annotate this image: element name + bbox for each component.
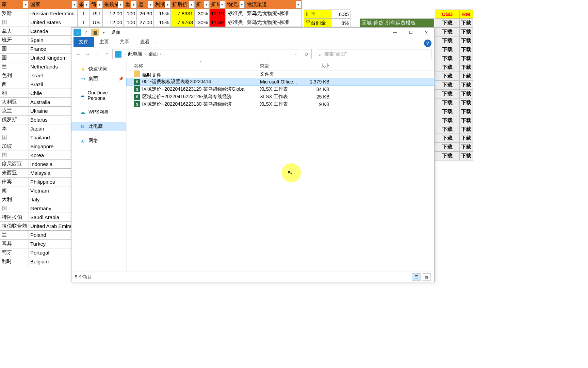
cell[interactable]: 色列 bbox=[0, 71, 29, 80]
download-columns[interactable]: USDRM 下载下载下载下载下载下载下载下载下载下载下载下载下载下载下载下载下载… bbox=[435, 10, 473, 160]
filter-icon[interactable]: ▾ bbox=[97, 1, 102, 9]
download-button[interactable]: 下载 bbox=[460, 28, 473, 36]
cell[interactable]: 俄罗斯 bbox=[0, 116, 29, 124]
cell[interactable]: 罗斯 bbox=[0, 9, 29, 18]
col-header[interactable]: 重▾ bbox=[124, 0, 137, 9]
file-row[interactable]: S001-运费模板设置表格20220414Microsoft Office...… bbox=[127, 78, 434, 86]
col-header[interactable]: 家▾ bbox=[0, 0, 29, 9]
col-header[interactable]: 物流渠道▾ bbox=[245, 0, 301, 9]
filter-icon[interactable]: ▾ bbox=[219, 1, 225, 9]
chevron-right-icon[interactable]: › bbox=[124, 52, 127, 56]
col-header[interactable]: 国家▾ bbox=[29, 0, 78, 9]
cell[interactable]: 15% bbox=[154, 18, 171, 27]
cell[interactable]: 兰 bbox=[0, 231, 29, 240]
qat-folder-icon[interactable]: ▆ bbox=[91, 29, 99, 36]
cell[interactable]: RU bbox=[90, 9, 103, 18]
nav-network[interactable]: 🖧网络 bbox=[71, 136, 126, 145]
download-button[interactable]: 下载 bbox=[460, 72, 473, 81]
list-header[interactable]: 名称⌃ 类型 大小 bbox=[127, 61, 434, 71]
cell[interactable]: Ukraine bbox=[29, 107, 78, 116]
cell[interactable]: 班牙 bbox=[0, 36, 29, 45]
cell[interactable]: 27.00 bbox=[137, 18, 154, 27]
qat-dropdown-icon[interactable]: ▾ bbox=[100, 29, 108, 36]
nav-desktop[interactable]: ▭桌面📌 bbox=[71, 74, 126, 83]
cell[interactable]: Philippines bbox=[29, 178, 78, 186]
cell[interactable]: Brazil bbox=[29, 80, 78, 89]
col-header[interactable]: 折▾ bbox=[195, 0, 210, 9]
download-button[interactable]: 下载 bbox=[435, 36, 460, 45]
col-header[interactable]: 物流方▾ bbox=[225, 0, 245, 9]
cell[interactable]: 西 bbox=[0, 80, 29, 89]
cell[interactable]: 1 bbox=[78, 9, 90, 18]
cell[interactable]: 15% bbox=[154, 9, 171, 18]
cell[interactable]: 26.30 bbox=[137, 9, 154, 18]
cell[interactable]: 萄牙 bbox=[0, 248, 29, 257]
cell[interactable]: 度尼西亚 bbox=[0, 160, 29, 169]
col-header[interactable]: 折前▾ bbox=[210, 0, 226, 9]
cell[interactable]: 特阿拉伯 bbox=[0, 213, 29, 222]
filter-icon[interactable]: ▾ bbox=[71, 1, 77, 9]
cell[interactable]: United States bbox=[29, 18, 78, 27]
tab-view[interactable]: 查看 bbox=[135, 37, 155, 47]
cell[interactable]: Indonesia bbox=[29, 160, 78, 169]
download-button[interactable]: 下载 bbox=[435, 143, 460, 152]
qat-props-icon[interactable]: ✓ bbox=[82, 29, 90, 36]
rate-value[interactable]: 6.35 bbox=[331, 10, 350, 19]
cell[interactable]: 12.00 bbox=[103, 9, 124, 18]
help-icon[interactable]: ? bbox=[424, 40, 431, 47]
cell[interactable]: 加坡 bbox=[0, 142, 29, 151]
file-row[interactable]: S区域定价--20220416223129-菜鸟专线经济XLSX 工作表25 K… bbox=[127, 93, 434, 101]
cell[interactable]: Russian Federation bbox=[29, 9, 78, 18]
tab-home[interactable]: 主页 bbox=[94, 37, 114, 47]
filter-icon[interactable]: ▾ bbox=[165, 1, 170, 9]
col-size[interactable]: 大小 bbox=[302, 63, 329, 69]
cell[interactable]: Japan bbox=[29, 124, 78, 133]
download-button[interactable]: 下载 bbox=[460, 143, 473, 152]
tab-share[interactable]: 共享 bbox=[114, 37, 135, 47]
nav-wps[interactable]: ☁WPS网盘 bbox=[71, 107, 126, 117]
recent-dropdown-icon[interactable]: ⌄ bbox=[93, 50, 101, 58]
nav-onedrive[interactable]: ☁OneDrive - Persona bbox=[71, 88, 126, 103]
cell[interactable]: 国 bbox=[0, 204, 29, 213]
cell[interactable]: Chile bbox=[29, 89, 78, 98]
view-details-button[interactable]: ☰ bbox=[412, 273, 421, 281]
maximize-button[interactable]: ☐ bbox=[403, 28, 419, 37]
download-button[interactable]: 下载 bbox=[460, 54, 473, 63]
col-header[interactable]: 采购成▾ bbox=[103, 0, 124, 9]
col-header[interactable]: 条▾ bbox=[78, 0, 90, 9]
cell[interactable]: 耳其 bbox=[0, 240, 29, 248]
download-button[interactable]: 下载 bbox=[435, 107, 460, 116]
col-header[interactable]: 折后价▾ bbox=[171, 0, 195, 9]
close-button[interactable]: ✕ bbox=[419, 28, 434, 37]
download-button[interactable]: 下载 bbox=[460, 81, 473, 90]
download-button[interactable]: 下载 bbox=[435, 28, 460, 36]
download-button[interactable]: 下载 bbox=[435, 152, 460, 160]
cell[interactable]: 11.39 bbox=[210, 18, 226, 27]
col-name[interactable]: 名称⌃ bbox=[134, 63, 260, 69]
cell[interactable]: Poland bbox=[29, 231, 78, 240]
cell[interactable]: US bbox=[90, 18, 103, 27]
download-button[interactable]: 下载 bbox=[460, 116, 473, 125]
search-box[interactable]: ⌕ 搜索"桌面" bbox=[316, 49, 431, 59]
download-button[interactable]: 下载 bbox=[460, 45, 473, 54]
filter-icon[interactable]: ▾ bbox=[131, 1, 136, 9]
cell[interactable]: 12.00 bbox=[103, 18, 124, 27]
table-row[interactable]: 国United States1US12.0010027.0015%7.97633… bbox=[0, 18, 302, 27]
download-button[interactable]: 下载 bbox=[460, 19, 473, 28]
filter-icon[interactable]: ▾ bbox=[23, 1, 28, 9]
ribbon-collapse-icon[interactable]: ⌄ bbox=[155, 40, 158, 44]
rate-box[interactable]: 汇率6.35 平台佣金8% bbox=[304, 10, 350, 28]
nav-quick-access[interactable]: ★快速访问 bbox=[71, 64, 126, 74]
download-button[interactable]: 下载 bbox=[435, 54, 460, 63]
file-row[interactable]: S区域定价--20220416223130-菜鸟超级经济XLSX 工作表9 KB bbox=[127, 101, 434, 108]
download-button[interactable]: 下载 bbox=[460, 107, 473, 116]
cell[interactable]: 菜鸟无忧物流-标准 bbox=[245, 9, 301, 18]
cell[interactable]: 克兰 bbox=[0, 107, 29, 116]
pin-icon[interactable]: 📌 bbox=[118, 76, 124, 81]
cell[interactable]: 兰 bbox=[0, 62, 29, 71]
download-button[interactable]: 下载 bbox=[460, 63, 473, 72]
cell[interactable]: 律宾 bbox=[0, 178, 29, 186]
file-row[interactable]: 临时文件文件夹 bbox=[127, 71, 434, 78]
cell[interactable]: Singapore bbox=[29, 142, 78, 151]
crumb-desktop[interactable]: 桌面 bbox=[147, 51, 159, 57]
